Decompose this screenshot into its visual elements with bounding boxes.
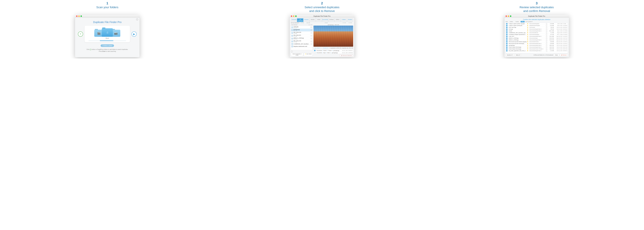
traffic-lights[interactable]	[76, 15, 82, 17]
folder-icon: ▸	[328, 50, 328, 51]
reveal-icon[interactable]	[546, 32, 547, 33]
table-row[interactable]: ✓▪field-clouds-sky-earth-46160 copy.jpeg…	[506, 41, 568, 43]
checkbox[interactable]: ✓	[506, 37, 508, 39]
add-folder-button[interactable]: +	[78, 31, 83, 37]
checkbox[interactable]: ✓	[506, 32, 508, 33]
select-in-folder-button[interactable]: Select Duplicates in Folder	[291, 53, 303, 56]
reveal-icon[interactable]	[546, 47, 547, 48]
view-tab-folders[interactable]: Folders	[514, 21, 520, 22]
reveal-icon[interactable]	[546, 34, 547, 35]
table-row[interactable]: ✓▪5 steps to speed up Mac.pptx📁~/Departm…	[506, 25, 568, 26]
reveal-icon[interactable]	[546, 23, 547, 24]
start-scan-button[interactable]: ▶	[132, 31, 137, 37]
minimize-icon[interactable]	[78, 15, 80, 17]
auto-select-button[interactable]: ✨ Auto Select	[304, 53, 313, 56]
checkbox[interactable]: ✓	[506, 34, 508, 35]
remove-selected-button[interactable]: 🗑 Remove Selected	[340, 54, 353, 57]
table-row[interactable]: ✓▪5 steps to speed up Mac copy.pptx📁~/Do…	[506, 23, 568, 25]
file-group-item[interactable]: CAMBRIDGE_2007_face2face_UpperInt…2	[291, 43, 312, 45]
tab-music[interactable]: Music	[316, 18, 322, 22]
duplicate-groups-list[interactable]: Not Selected 1.91 GB ocean.jpg20.5 KB13g…	[291, 24, 313, 50]
reveal-icon[interactable]	[546, 39, 547, 41]
table-row[interactable]: ✓▪elitefon.ru_23929.jpg📁~/Documents/Asya…	[506, 39, 568, 41]
select-all-button[interactable]: Select All	[514, 54, 522, 56]
reveal-icon[interactable]	[546, 48, 547, 50]
table-row[interactable]: ✓▪hay_bales_agriculture_field_trees_hous…	[506, 50, 568, 52]
checkbox[interactable]: ✓	[314, 50, 316, 51]
auto-select-dropdown[interactable]: Auto Select ▾	[314, 47, 321, 49]
table-row[interactable]: ✓▪8141.jpg📁~/Documents/Asya/Folder 1752 …	[506, 28, 568, 30]
tab-similars[interactable]: Similars	[347, 18, 353, 22]
file-group-item[interactable]: kitayskoe issledovanie.mobi	[291, 45, 312, 48]
view-tab-files[interactable]: Files	[520, 21, 524, 22]
checkbox[interactable]: ✓	[506, 28, 508, 30]
tab-documents[interactable]: Documents	[322, 18, 328, 22]
reveal-icon[interactable]	[546, 27, 547, 28]
file-thumb-icon	[291, 29, 293, 31]
file-group-item[interactable]: ocean.jpg20.5 KB13	[291, 26, 312, 29]
checkbox[interactable]: ✓	[506, 30, 508, 32]
checkbox[interactable]: ✓	[506, 47, 508, 48]
deselect-all-button[interactable]: Deselect All	[322, 47, 329, 49]
reveal-icon[interactable]	[546, 28, 547, 30]
remove-button[interactable]: 🗑 Remove	[560, 54, 568, 56]
file-path: ~/Documents/Asya/job	[529, 34, 545, 35]
duplicate-path-row[interactable]: ▸ Documents ▸ Asya ▸ Folder 1 ▸ geologis…	[314, 52, 353, 54]
table-row[interactable]: ✓▪elitefon.ru_23929.jpg📁~/Documents/Asya…	[506, 37, 568, 39]
table-row[interactable]: ✓▪Austria📁~/Documents/Asya/Folder 1891.4…	[506, 30, 568, 32]
file-group-item[interactable]: elitefon.ru_23929.jpg514.9 KB3	[291, 37, 312, 40]
checkbox[interactable]: ✓	[506, 36, 508, 37]
table-row[interactable]: ✓▪Grand-Canyon-Arizona.jpg📁~/Documents/F…	[506, 48, 568, 50]
tab-folders[interactable]: Folders	[341, 18, 347, 22]
duplicate-path-row[interactable]: ✓▸ Documents ▸ Folder 2 ▸ Folder 4 ▸ geo…	[314, 49, 353, 52]
file-group-item[interactable]: geologist.jpg445.4 KB2	[291, 29, 312, 31]
checkbox[interactable]	[314, 52, 316, 53]
checkbox[interactable]: ✓	[506, 27, 508, 28]
checkbox[interactable]: ✓	[506, 23, 508, 24]
file-group-item[interactable]: IMG_3543.CR219.8 MB2	[291, 31, 312, 34]
reveal-icon[interactable]	[546, 37, 547, 39]
checkbox[interactable]: ✓	[506, 50, 508, 51]
reveal-icon[interactable]	[546, 41, 547, 42]
file-name: Grand-Canyon-Arizona.jpg	[509, 48, 527, 49]
reveal-icon[interactable]	[546, 43, 547, 44]
tab-all-duplicates[interactable]: All Duplicates	[297, 18, 303, 22]
file-group-item[interactable]: IMG_3541.CR219.3 MB2	[291, 40, 312, 43]
tab-others[interactable]: Others	[334, 18, 341, 22]
reveal-icon[interactable]	[546, 36, 547, 37]
checkbox[interactable]: ✓	[506, 43, 508, 44]
folders-added-badge: 3 folders added	[100, 44, 114, 47]
checkbox[interactable]: ✓	[506, 39, 508, 41]
tab-movies[interactable]: Movies	[310, 18, 316, 22]
sort-selector[interactable]: Sort by Name ▾	[526, 21, 532, 22]
checkbox[interactable]: ✓	[506, 25, 508, 26]
reveal-icon[interactable]	[546, 25, 547, 26]
table-row[interactable]: ✓▪8141 copy 2.jpg📁~/Documents752 KBOct 3…	[506, 26, 568, 28]
reveal-icon[interactable]	[546, 30, 547, 32]
tab-pictures[interactable]: Pictures	[303, 18, 310, 22]
close-icon[interactable]	[76, 15, 78, 17]
checkbox[interactable]: ✓	[506, 41, 508, 42]
view-tab-outline[interactable]: Outline	[509, 21, 514, 22]
file-group-item[interactable]: IMG_3540.JPG18.7 MB2	[291, 34, 312, 37]
tab-archives[interactable]: Archives	[328, 18, 334, 22]
reveal-icon[interactable]	[546, 50, 547, 51]
table-row[interactable]: ✓▪geologist.jpg📁~/Documents/Asya/Folder …	[506, 44, 568, 46]
tab-overview[interactable]: Overview	[291, 18, 297, 22]
search-icon[interactable]: ⌕	[291, 51, 293, 52]
table-row[interactable]: ✓▪Competitors Analysis Spreadsheet.xlsx📁…	[506, 34, 568, 35]
reveal-icon[interactable]	[546, 45, 547, 46]
checkbox[interactable]: ✓	[506, 45, 508, 46]
table-row[interactable]: ✓▪Grand-Canyon-Arizona.jpg📁~/Documents/A…	[506, 46, 568, 48]
table-row[interactable]: ✓▪CAMBRIDGE_2007_face2face_UpperInt…📁~/D…	[506, 32, 568, 34]
table-row[interactable]: ✓▪field-clouds-sky-earth-46160.jpeg📁~/Do…	[506, 43, 568, 44]
sort-selector[interactable]: Sort by Selected ▾	[291, 22, 299, 23]
checkbox[interactable]: ✓	[506, 48, 508, 50]
zoom-icon[interactable]	[80, 15, 82, 17]
confirm-table[interactable]: ✓▪5 steps to speed up Mac copy.pptx📁~/Do…	[506, 23, 568, 53]
info-icon[interactable]: i	[136, 18, 138, 20]
deselect-all-button[interactable]: Deselect All	[506, 54, 514, 56]
table-row[interactable]: ✓▪Crete_2017📁~/Documents/Asya/Folder 171…	[506, 35, 568, 37]
file-name: Competitors Analysis Spreadsheet.xlsx	[509, 34, 527, 35]
close-button[interactable]: Close	[554, 54, 559, 56]
